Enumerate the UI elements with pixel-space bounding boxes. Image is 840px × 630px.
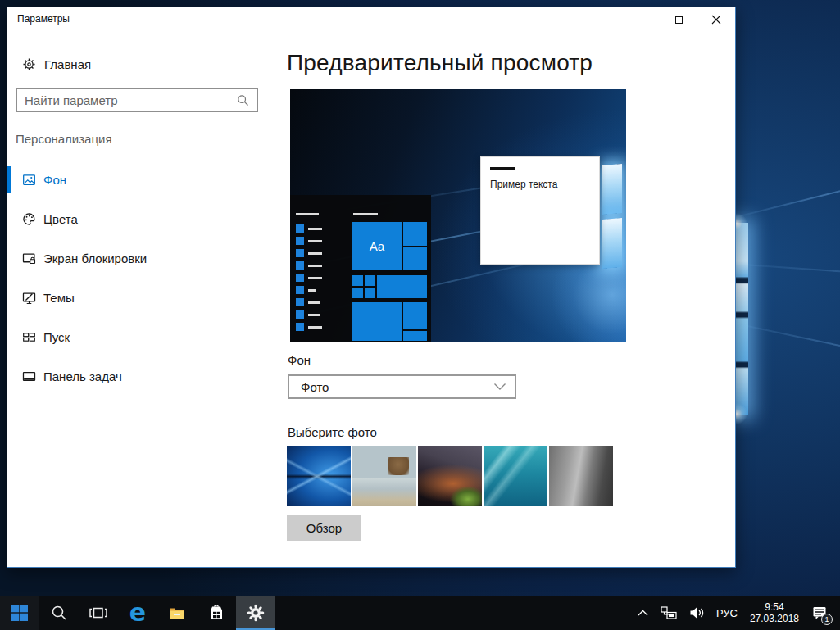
store-icon xyxy=(207,603,226,623)
sample-window: Пример текста xyxy=(480,156,600,265)
volume-tray-button[interactable] xyxy=(686,596,708,630)
windows-logo-icon xyxy=(11,604,29,622)
task-view-icon xyxy=(89,604,108,622)
page-title: Предварительный просмотр xyxy=(287,50,593,76)
minimize-button[interactable] xyxy=(622,7,660,32)
sidebar-item-label: Главная xyxy=(44,57,91,71)
preview-image: Aa Пример текста xyxy=(290,89,626,342)
edge-icon: e xyxy=(129,601,146,625)
photo-thumbnail-windows-hero[interactable] xyxy=(287,446,351,506)
menu-dash xyxy=(296,213,319,215)
gear-icon xyxy=(246,603,266,623)
screen: Параметры Главная xyxy=(0,0,840,630)
sample-window-dash xyxy=(490,167,515,170)
tiles-header-dash xyxy=(353,213,378,215)
browse-button[interactable]: Обзор xyxy=(287,515,361,541)
clock-date: 27.03.2018 xyxy=(750,613,799,624)
sidebar-item-taskbar[interactable]: Панель задач xyxy=(7,358,288,394)
photo-thumbnail-beach-rocks[interactable] xyxy=(352,446,416,506)
windows-logo-pane xyxy=(602,218,622,269)
start-tile: Aa xyxy=(352,222,402,270)
taskbar: e xyxy=(0,596,840,630)
taskbar-search-button[interactable] xyxy=(39,596,79,630)
picture-icon xyxy=(22,173,36,187)
gear-icon xyxy=(22,57,36,71)
photo-thumbnail-night-camping[interactable] xyxy=(418,446,482,506)
start-button[interactable] xyxy=(0,596,39,630)
settings-taskbar-button[interactable] xyxy=(236,596,275,630)
network-tray-button[interactable] xyxy=(657,596,680,630)
sidebar-item-home[interactable]: Главная xyxy=(7,50,288,78)
close-icon xyxy=(711,15,721,25)
select-value: Фото xyxy=(289,380,329,394)
sidebar-item-label: Панель задач xyxy=(43,369,122,383)
sidebar-item-lock-screen[interactable]: Экран блокировки xyxy=(7,240,288,276)
selection-bar xyxy=(7,166,11,193)
maximize-button[interactable] xyxy=(660,7,697,32)
photo-thumbnails xyxy=(287,446,613,506)
start-tile-label: Aa xyxy=(370,239,384,253)
clock[interactable]: 9:54 27.03.2018 xyxy=(746,601,803,624)
close-button[interactable] xyxy=(697,7,735,32)
settings-search[interactable] xyxy=(16,88,258,112)
minimize-icon xyxy=(637,20,646,20)
lock-screen-icon xyxy=(22,252,36,265)
clock-time: 9:54 xyxy=(750,601,799,613)
chevron-up-icon xyxy=(637,608,649,618)
sidebar-item-start[interactable]: Пуск xyxy=(7,319,288,355)
search-icon xyxy=(50,604,68,622)
sample-text: Пример текста xyxy=(490,179,557,190)
choose-photo-label: Выберите фото xyxy=(288,425,377,439)
photo-thumbnail-rock-cliff[interactable] xyxy=(549,446,613,506)
notification-center-button[interactable]: 1 xyxy=(809,596,830,630)
mini-start-menu: Aa xyxy=(290,195,431,342)
network-icon xyxy=(660,605,678,621)
chevron-down-icon xyxy=(493,383,506,391)
language-indicator[interactable]: РУС xyxy=(714,596,740,630)
sidebar-item-themes[interactable]: Темы xyxy=(7,279,288,315)
windows-logo-glow xyxy=(736,223,748,415)
themes-icon xyxy=(22,291,36,305)
window-title: Параметры xyxy=(17,13,70,25)
sidebar-item-label: Фон xyxy=(43,173,66,187)
titlebar: Параметры xyxy=(7,7,735,34)
task-view-button[interactable] xyxy=(79,596,118,630)
photo-thumbnail-underwater[interactable] xyxy=(484,446,547,506)
windows-logo-pane xyxy=(602,164,622,215)
settings-search-input[interactable] xyxy=(17,93,237,107)
search-icon xyxy=(237,94,249,107)
sidebar-item-label: Цвета xyxy=(43,212,78,226)
file-explorer-button[interactable] xyxy=(157,596,197,630)
settings-window: Параметры Главная xyxy=(7,7,736,568)
section-header: Персонализация xyxy=(16,132,112,146)
start-tiles-icon xyxy=(22,330,36,344)
maximize-icon xyxy=(675,16,683,24)
taskbar-icon xyxy=(22,369,36,383)
background-type-select[interactable]: Фото xyxy=(288,374,516,399)
edge-button[interactable]: e xyxy=(118,596,157,630)
notification-badge: 1 xyxy=(821,614,833,625)
tray-expand-button[interactable] xyxy=(634,596,652,630)
sidebar-item-label: Темы xyxy=(43,291,75,305)
store-button[interactable] xyxy=(197,596,236,630)
sidebar-item-label: Пуск xyxy=(43,330,70,344)
sidebar-item-background[interactable]: Фон xyxy=(7,161,288,197)
background-label: Фон xyxy=(288,353,311,367)
folder-icon xyxy=(167,603,187,623)
sidebar-item-label: Экран блокировки xyxy=(43,252,147,265)
sidebar-item-colors[interactable]: Цвета xyxy=(7,201,288,237)
speaker-icon xyxy=(688,605,706,620)
palette-icon xyxy=(22,212,36,226)
